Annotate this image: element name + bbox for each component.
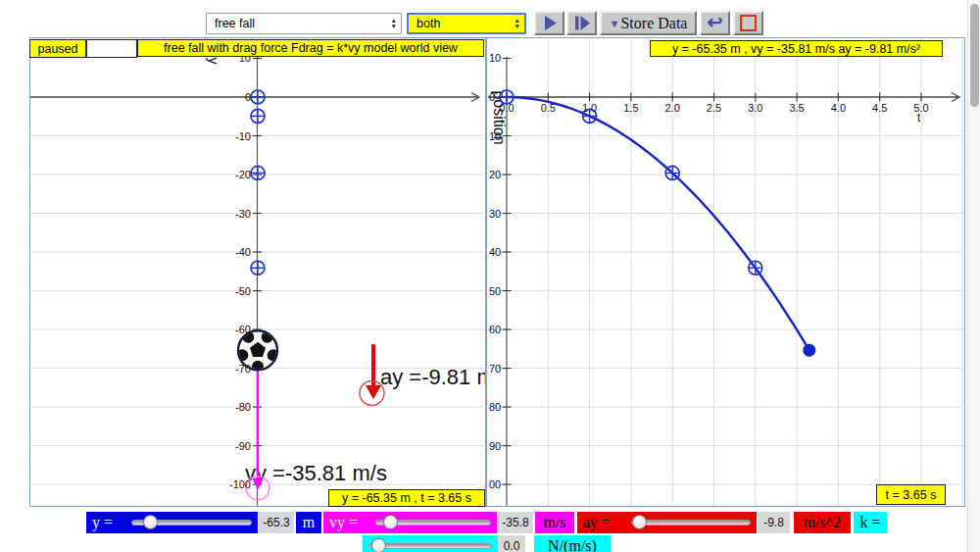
graph-time-readout: t = 3.65 s [876, 484, 946, 505]
graph-x-tick-label: 4.5 [865, 102, 895, 114]
ay-vector-label: ay =-9.81 m/s² [380, 365, 485, 390]
graph-y-tick-label: 30 [489, 208, 514, 220]
y-slider[interactable] [125, 512, 258, 533]
y-slider-value: -65.3 [259, 512, 294, 533]
k-unit-label: N/(m/s) [534, 535, 611, 552]
graph-y-tick-label: 50 [489, 285, 514, 297]
vy-unit-label: m/s [535, 512, 574, 533]
y-slider-thumb[interactable] [143, 515, 158, 529]
y-slider-label: y = [86, 512, 125, 533]
ay-unit-label: m/s^2 [794, 512, 851, 533]
world-y-tick-label: -90 [221, 440, 251, 452]
vy-vector-label: vy =-35.81 m/s [245, 461, 412, 486]
graph-x-tick-label: 3.5 [782, 102, 811, 114]
state-readout: y = -65.35 m , vy = -35.81 m/s ay = -9.8… [650, 40, 943, 57]
world-readout: y = -65.35 m , t = 3.65 s [328, 489, 485, 507]
graph-y-tick-label: 70 [489, 363, 514, 375]
graph-x-tick-label: 2.5 [700, 102, 729, 114]
k-slider-value: 0.0 [498, 535, 525, 552]
graph-y-tick-label: 40 [489, 246, 514, 258]
model-select-value: free fall [215, 17, 255, 30]
dropdown-stepper-icon: ▲▼ [387, 18, 401, 29]
ay-slider-label: ay = [577, 512, 625, 533]
title-banner: free fall with drag force Fdrag = k*vy m… [137, 39, 484, 57]
undo-arrow-icon: ↩ [708, 13, 723, 31]
ay-slider-value: -9.8 [758, 512, 790, 533]
vy-slider[interactable] [369, 512, 497, 533]
world-y-axis-label: y [206, 58, 221, 65]
view-select-value: both [416, 17, 440, 30]
world-y-tick-label: -70 [221, 363, 251, 375]
paused-badge: paused [29, 39, 86, 58]
graph-x-tick-label: 1.0 [575, 102, 605, 114]
scrollbar-thumb[interactable] [970, 4, 979, 107]
graph-ylabel: position [490, 78, 508, 157]
k-slider-rail [368, 543, 492, 549]
dropdown-stepper-icon: ▲▼ [511, 18, 524, 29]
world-y-tick-label: 0 [221, 91, 251, 103]
app-window: { "toolbar": { "model_select": {"value":… [0, 0, 980, 552]
status-spare-box [86, 39, 137, 58]
step-forward-icon [572, 15, 591, 31]
view-select-dropdown[interactable]: both ▲▼ [407, 13, 526, 34]
play-button[interactable] [534, 11, 564, 35]
world-y-tick-label: -30 [221, 208, 251, 220]
world-y-tick-label: -10 [221, 130, 251, 142]
stop-button[interactable] [733, 11, 763, 35]
graph-x-tick-label: 1.5 [616, 102, 646, 114]
play-icon [541, 15, 559, 31]
graph-y-tick-label: 10 [489, 52, 514, 64]
stop-square-icon [740, 15, 757, 31]
k-slider[interactable] [363, 535, 498, 552]
graph-x-tick-label: 5.0 [906, 102, 936, 114]
graph-y-tick-label: 10 [489, 130, 514, 142]
world-y-tick-label: -80 [221, 401, 251, 413]
graph-y-tick-label: 90 [489, 440, 514, 452]
graph-x-tick-label: 2.0 [658, 102, 687, 114]
graph-y-tick-label: 60 [489, 324, 514, 335]
world-y-tick-label: -100 [221, 478, 251, 490]
world-y-tick-label: -60 [221, 324, 251, 335]
graph-y-tick-label: 20 [489, 169, 514, 180]
store-data-label: Store Data [620, 15, 687, 32]
y-unit-label: m [296, 512, 321, 533]
ay-slider[interactable] [625, 512, 757, 533]
toolbar: free fall ▲▼ both ▲▼ ▼ Store Data ↩ [0, 0, 980, 37]
store-data-button[interactable]: ▼ Store Data [600, 11, 697, 35]
reset-button[interactable]: ↩ [700, 11, 730, 35]
step-button[interactable] [566, 11, 597, 35]
ay-slider-thumb[interactable] [632, 515, 647, 529]
world-y-tick-label: -40 [221, 246, 251, 258]
graph-y-tick-label: 00 [489, 478, 514, 490]
vy-slider-label: vy = [323, 512, 369, 533]
k-slider-thumb[interactable] [371, 538, 386, 552]
world-y-tick-label: -50 [221, 285, 251, 297]
graph-y-tick-label: 80 [489, 401, 514, 413]
model-select-dropdown[interactable]: free fall ▲▼ [206, 13, 402, 34]
vertical-scrollbar[interactable] [967, 0, 980, 552]
world-y-tick-label: -20 [221, 169, 251, 180]
vy-slider-thumb[interactable] [383, 515, 398, 529]
vy-slider-value: -35.8 [498, 512, 533, 533]
k-slider-label: k = [854, 512, 887, 533]
graph-x-tick-label: 3.0 [741, 102, 770, 114]
panel-divider [485, 37, 487, 507]
graph-x-tick-label: 4.0 [823, 102, 853, 114]
graph-x-tick-label: 0.5 [533, 102, 563, 114]
chevron-down-icon: ▼ [610, 18, 620, 29]
graph-x-tick-label: 0.0 [492, 102, 521, 114]
ay-slider-rail [631, 520, 751, 526]
